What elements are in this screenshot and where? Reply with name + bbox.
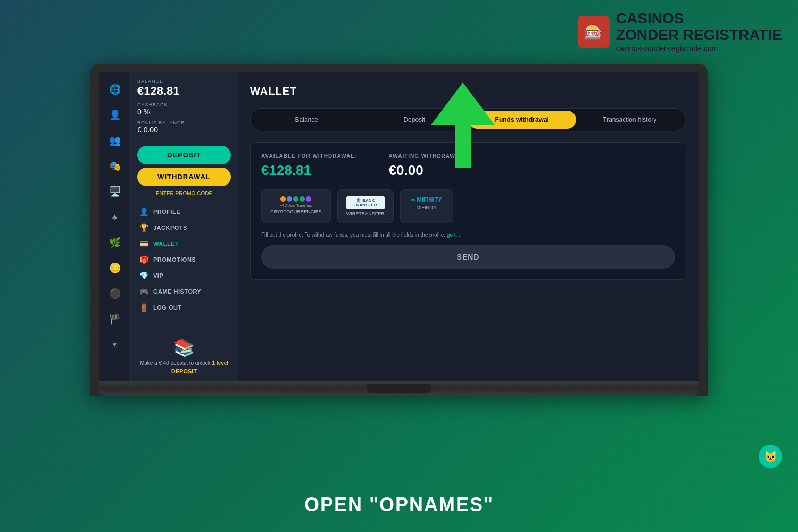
level-text: Make a € 40 deposit to unlock 1 level [139, 360, 229, 366]
laptop: 🌐 👤 👥 🎭 🖥️ ♠️ 🌿 🪙 ⚫ 🏴 ▼ BALANCE €128.81 … [90, 64, 708, 396]
nav-label-jackpots: JACKPOTS [153, 225, 187, 231]
user-icon[interactable]: 👤 [106, 106, 123, 123]
cashback-value: 0 % [137, 107, 231, 116]
nav-item-wallet[interactable]: 💳 WALLET [137, 237, 231, 251]
mifinity-label: MiFinity [409, 205, 444, 210]
nav-item-jackpots[interactable]: 🏆 JACKPOTS [137, 221, 231, 235]
eth-circle [287, 196, 292, 202]
branding: 🎰 CASINOS ZONDER REGISTRATIE casinos-zon… [578, 11, 782, 53]
nav-item-profile[interactable]: 👤 PROFILE [137, 205, 231, 219]
bottom-title: OPEN "OPNAMES" [304, 494, 494, 516]
withdrawal-button[interactable]: WITHDRAWAL [137, 168, 231, 186]
payment-methods: +4 Actual Transfers Cryptocurrencies 🏦 B… [261, 189, 675, 223]
balance-label: BALANCE [137, 79, 231, 84]
nav-label-wallet: WALLET [153, 240, 179, 247]
awaiting-amount: €0.00 [389, 162, 466, 179]
chat-icon: 🐱 [764, 450, 777, 463]
available-section: AVAILABLE FOR WITHDRAWAL: €128.81 [261, 153, 357, 179]
laptop-screen-outer: 🌐 👤 👥 🎭 🖥️ ♠️ 🌿 🪙 ⚫ 🏴 ▼ BALANCE €128.81 … [90, 64, 708, 396]
casino-icon: 🎰 [584, 23, 603, 40]
jackpots-icon: 🏆 [139, 223, 149, 232]
globe-icon[interactable]: 🌐 [106, 81, 123, 98]
tab-deposit[interactable]: Deposit [361, 111, 469, 129]
spade-icon[interactable]: ♠️ [106, 209, 123, 226]
leaf-icon[interactable]: 🌿 [106, 234, 123, 251]
nav-label-promotions: PROMOTIONS [153, 256, 196, 263]
withdrawal-amounts: AVAILABLE FOR WITHDRAWAL: €128.81 AWAITI… [261, 153, 675, 179]
awaiting-label: AWAITING WITHDRAWAL: [389, 153, 466, 159]
vip-icon: 💎 [139, 271, 149, 280]
level-highlight: 1 level [212, 360, 229, 366]
branding-url: casinos-zonder-registratie.com [616, 44, 718, 53]
nav-menu: 👤 PROFILE 🏆 JACKPOTS 💳 WALLET 🎁 PROMOTIO… [137, 205, 231, 314]
mifinity-logo: ∞ MIFINITY [409, 196, 444, 203]
chevron-down-icon[interactable]: ▼ [106, 336, 123, 353]
wallet-tabs: Balance Deposit Funds withdrawal Transac… [250, 108, 686, 131]
crypto-icons [270, 196, 322, 202]
circle-icon[interactable]: ⚫ [106, 285, 123, 302]
laptop-notch [367, 384, 431, 393]
withdrawal-panel: AVAILABLE FOR WITHDRAWAL: €128.81 AWAITI… [250, 142, 686, 280]
payment-method-mifinity[interactable]: ∞ MIFINITY MiFinity [400, 189, 453, 223]
nav-label-profile: PROFILE [153, 209, 180, 215]
available-label: AVAILABLE FOR WITHDRAWAL: [261, 153, 357, 159]
laptop-screen: 🌐 👤 👥 🎭 🖥️ ♠️ 🌿 🪙 ⚫ 🏴 ▼ BALANCE €128.81 … [99, 72, 699, 381]
laptop-base [99, 381, 699, 396]
logout-icon: 🚪 [139, 303, 149, 312]
profile-notice-text: Fill out the profile: To withdraw funds,… [261, 232, 445, 238]
game-history-icon: 🎮 [139, 287, 149, 296]
payment-method-wire[interactable]: 🏦 BANKTRANSFER WireTransfer [337, 189, 394, 223]
branding-logo: 🎰 [578, 16, 610, 48]
nav-label-vip: VIP [153, 272, 163, 279]
nav-item-promotions[interactable]: 🎁 PROMOTIONS [137, 253, 231, 267]
crypto-sub: +4 Actual Transfers [270, 204, 322, 207]
monitor-icon[interactable]: 🖥️ [106, 183, 123, 200]
sidebar-left: 🌐 👤 👥 🎭 🖥️ ♠️ 🌿 🪙 ⚫ 🏴 ▼ [99, 72, 131, 381]
bank-logo: 🏦 BANKTRANSFER [346, 196, 385, 209]
mask-icon[interactable]: 🎭 [106, 157, 123, 174]
profile-notice: Fill out the profile: To withdraw funds,… [261, 232, 675, 238]
bonus-label: BONUS BALANCE [137, 120, 231, 126]
level-section: 📚 Make a € 40 deposit to unlock 1 level … [137, 332, 231, 375]
available-amount: €128.81 [261, 162, 357, 179]
cashback-label: CASHBACK [137, 102, 231, 107]
wire-label: WireTransfer [346, 211, 385, 217]
promo-code-link[interactable]: ENTER PROMO CODE [137, 190, 231, 196]
crypto-label: Cryptocurrencies [270, 209, 322, 214]
crypto-circles [280, 196, 311, 202]
flag-icon[interactable]: 🏴 [106, 311, 123, 328]
nav-item-vip[interactable]: 💎 VIP [137, 269, 231, 282]
awaiting-section: AWAITING WITHDRAWAL: €0.00 [389, 153, 466, 179]
coin-icon[interactable]: 🪙 [106, 260, 123, 277]
promotions-icon: 🎁 [139, 255, 149, 264]
bonus-value: € 0.00 [137, 126, 231, 134]
users-icon[interactable]: 👥 [106, 132, 123, 149]
main-content: WALLET Balance Deposit Funds withdrawal … [237, 72, 699, 381]
nav-item-game-history[interactable]: 🎮 GAME HISTORY [137, 285, 231, 298]
tab-funds-withdrawal[interactable]: Funds withdrawal [468, 111, 576, 129]
bnb-circle [300, 196, 305, 202]
profile-notice-link[interactable]: go t... [447, 232, 460, 238]
level-deposit-link[interactable]: DEPOSIT [139, 368, 229, 375]
nav-label-logout: LOG OUT [153, 304, 182, 311]
usdt-circle [293, 196, 298, 202]
nav-item-logout[interactable]: 🚪 LOG OUT [137, 301, 231, 314]
payment-method-crypto[interactable]: +4 Actual Transfers Cryptocurrencies [261, 189, 331, 223]
branding-title-line1: CASINOS [616, 11, 782, 27]
sol-circle [306, 196, 311, 202]
chat-button[interactable]: 🐱 [759, 445, 782, 468]
balance-section: BALANCE €128.81 CASHBACK 0 % BONUS BALAN… [137, 79, 231, 134]
nav-label-game-history: GAME HISTORY [153, 288, 201, 295]
branding-text: CASINOS ZONDER REGISTRATIE casinos-zonde… [616, 11, 782, 53]
level-icon: 📚 [139, 338, 229, 358]
wallet-title: WALLET [250, 85, 686, 97]
branding-title-line2: ZONDER REGISTRATIE [616, 27, 782, 44]
profile-icon: 👤 [139, 207, 149, 216]
balance-amount: €128.81 [137, 84, 231, 98]
send-button[interactable]: SEND [261, 245, 675, 269]
wallet-icon: 💳 [139, 239, 149, 248]
deposit-button[interactable]: DEPOSIT [137, 146, 231, 164]
tab-balance[interactable]: Balance [253, 111, 361, 129]
sidebar-right: BALANCE €128.81 CASHBACK 0 % BONUS BALAN… [131, 72, 237, 381]
tab-transaction-history[interactable]: Transaction history [576, 111, 684, 129]
